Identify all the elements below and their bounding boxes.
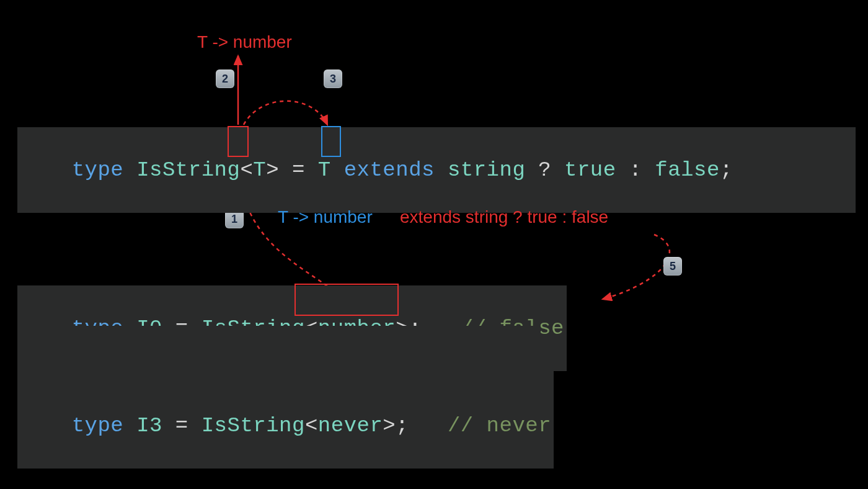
semicolon: ; (720, 158, 733, 182)
badge-5: 5 (663, 257, 682, 276)
equals: = (279, 158, 318, 182)
arrow-3-curve (244, 101, 327, 125)
false-lit: false (655, 158, 720, 182)
box-t-param (228, 126, 249, 157)
diagram-stage: T -> number 2 3 1 4 5 type IsString<T> =… (0, 0, 868, 489)
type-name-isstring: IsString (136, 158, 240, 182)
comment-never: // never (448, 414, 551, 437)
gt: > (266, 158, 279, 182)
kw-type: type (72, 158, 124, 182)
lt: < (240, 158, 253, 182)
box-number-arg (294, 284, 399, 316)
string-kw: string (448, 158, 525, 182)
box-t-use (321, 126, 341, 157)
arrow-5-curve (603, 235, 670, 299)
badge-2: 2 (216, 70, 234, 88)
type-param-t: T (253, 158, 266, 182)
code-def-line: type IsString<T> = T extends string ? tr… (17, 127, 856, 213)
type-name-i3: I3 (136, 414, 162, 437)
annotation-extends: extends string ? true : false (400, 207, 608, 227)
kw-extends: extends (331, 158, 448, 182)
arg-never: never (318, 414, 383, 437)
annotation-t-number-top: T -> number (197, 32, 292, 52)
true-lit: true (564, 158, 616, 182)
colon: : (616, 158, 655, 182)
annotation-t-number-mid: T -> number (278, 207, 373, 227)
type-param-use-t: T (318, 158, 331, 182)
qmark: ? (525, 158, 564, 182)
code-row-i3: type I3 = IsString<never>; // never (17, 383, 554, 469)
badge-3: 3 (324, 70, 342, 88)
